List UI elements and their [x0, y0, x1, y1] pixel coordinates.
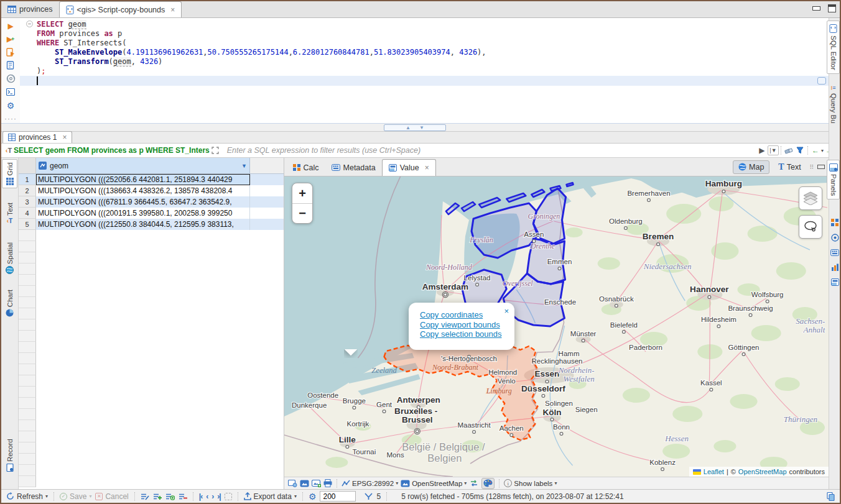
table-row[interactable]: 3MULTIPOLYGON (((67811.9 366445.5, 63647…: [19, 196, 284, 208]
row-number[interactable]: 3: [19, 196, 36, 208]
tile-provider-selector[interactable]: OpenStreetMap▾: [401, 480, 467, 487]
copy-map-image-button[interactable]: [288, 480, 297, 487]
layers-button[interactable]: [799, 186, 822, 210]
toggle-focus-icon[interactable]: [225, 493, 232, 500]
table-row[interactable]: 5MULTIPOLYGON (((212550.8 384044.5, 2125…: [19, 219, 284, 230]
close-results-tab-icon[interactable]: ×: [62, 133, 67, 142]
tab-spatial[interactable]: Spatial: [2, 240, 17, 277]
tab-grid[interactable]: Grid: [2, 159, 17, 188]
tab-panels-vertical[interactable]: Panels: [827, 160, 840, 199]
geom-cell[interactable]: MULTIPOLYGON (((67811.9 366445.5, 63647.…: [36, 196, 250, 208]
panel-metadata-icon[interactable]: [829, 247, 840, 258]
collapse-down-icon[interactable]: ▼: [419, 125, 424, 131]
fetch-size-input[interactable]: [320, 491, 356, 502]
apply-filter-play-icon[interactable]: ▶: [756, 145, 768, 155]
column-header-geom[interactable]: geom ▼: [36, 158, 250, 173]
row-number[interactable]: 5: [19, 219, 36, 230]
flip-coordinates-icon[interactable]: [469, 480, 479, 487]
nav-back-arrow[interactable]: ←: [810, 145, 821, 155]
tab-sql-editor-vertical[interactable]: SQL Editor: [827, 21, 840, 74]
previous-row-button[interactable]: ‹: [206, 492, 208, 501]
tab-text[interactable]: Text ‹T: [2, 200, 17, 227]
panel-references-icon[interactable]: [829, 232, 840, 243]
console-icon[interactable]: [5, 88, 16, 96]
execute-script-button[interactable]: [5, 48, 16, 57]
first-row-button[interactable]: |‹: [199, 492, 202, 501]
tab-script-copy-bounds[interactable]: <gis> Script-copy-bounds ×: [59, 1, 182, 17]
copy-selection-bounds-link[interactable]: Copy selection bounds: [420, 329, 508, 339]
panel-minimize-icon[interactable]: [817, 165, 825, 169]
text-view-toggle[interactable]: T Text: [773, 160, 806, 174]
geom-cell[interactable]: MULTIPOLYGON (((252056.6 442081.1, 25189…: [36, 174, 250, 185]
filter-funnel-icon[interactable]: [794, 145, 806, 155]
expand-filter-icon[interactable]: [210, 145, 221, 155]
leaflet-map[interactable]: Noord-HollandFryslânGroningenDrentheOver…: [284, 176, 829, 477]
export-data-button[interactable]: Export data▾: [244, 492, 297, 501]
toolbar-overflow-dots[interactable]: ····: [5, 114, 16, 123]
filter-history-dropdown[interactable]: |▼: [768, 145, 779, 155]
zoom-in-button[interactable]: +: [292, 183, 312, 203]
sql-editor[interactable]: −SELECT geomFROM provinces as pWHERE ST_…: [20, 18, 829, 123]
show-labels-toggle[interactable]: i Show labels▾: [504, 479, 557, 487]
tab-chart[interactable]: Chart: [2, 287, 17, 319]
tab-query-builder-vertical[interactable]: ⁝≡ Query Bu: [827, 81, 840, 127]
tab-provinces[interactable]: provinces: [1, 1, 59, 17]
tab-record[interactable]: Record: [2, 436, 17, 474]
copy-status-icon[interactable]: [827, 492, 835, 501]
table-row[interactable]: 2MULTIPOLYGON (((138663.4 438326.2, 1385…: [19, 185, 284, 196]
close-value-tab-icon[interactable]: ×: [425, 163, 429, 172]
tab-metadata[interactable]: Metadata: [325, 159, 382, 176]
execute-statement-button[interactable]: ▶: [5, 22, 16, 30]
osm-link[interactable]: OpenStreetMap: [738, 468, 787, 475]
close-tab-icon[interactable]: ×: [170, 6, 175, 14]
add-row-button[interactable]: [153, 493, 162, 500]
execute-new-tab-button[interactable]: ▶+: [5, 35, 16, 44]
results-tab-provinces1[interactable]: provinces 1 ×: [2, 131, 72, 143]
lasso-select-button[interactable]: [799, 215, 822, 239]
sort-descending-icon[interactable]: ▼: [241, 163, 247, 169]
collapse-up-icon[interactable]: ▲: [406, 125, 411, 131]
execute-script-alt-button[interactable]: [5, 61, 16, 70]
zoom-out-button[interactable]: −: [292, 203, 312, 223]
tab-calc[interactable]: Calc: [287, 159, 325, 176]
geom-cell[interactable]: MULTIPOLYGON (((138663.4 438326.2, 13857…: [36, 185, 250, 196]
tab-value[interactable]: Value ×: [382, 159, 436, 176]
explain-plan-icon[interactable]: [5, 74, 16, 83]
refresh-button[interactable]: Refresh▾: [6, 492, 48, 501]
delete-row-button[interactable]: [179, 493, 187, 500]
geom-cell[interactable]: MULTIPOLYGON (((200191.5 399580.1, 20025…: [36, 208, 250, 219]
table-row[interactable]: 1MULTIPOLYGON (((252056.6 442081.1, 2518…: [19, 174, 284, 185]
panel-value-icon[interactable]: [829, 277, 840, 288]
row-number[interactable]: 1: [19, 174, 36, 185]
panel-menu-dots-icon[interactable]: ⁝⁝: [810, 163, 814, 170]
panel-aggregate-icon[interactable]: [829, 262, 840, 273]
next-row-button[interactable]: ›: [211, 492, 213, 501]
print-button[interactable]: [323, 479, 332, 487]
row-number[interactable]: 4: [19, 208, 36, 219]
duplicate-row-button[interactable]: [165, 493, 175, 500]
view-image-button[interactable]: [300, 480, 309, 487]
panel-calc-icon[interactable]: [829, 217, 840, 228]
fetch-settings-gear-icon[interactable]: ⚙: [309, 492, 317, 502]
last-row-button[interactable]: ›|: [217, 492, 220, 501]
leaflet-link[interactable]: Leaflet: [704, 468, 724, 475]
save-button[interactable]: ✓ Save▾: [60, 492, 91, 501]
map-view-toggle[interactable]: Map: [733, 160, 769, 174]
crs-selector[interactable]: EPSG:28992▾: [342, 480, 398, 487]
row-number[interactable]: 2: [19, 185, 36, 196]
popup-close-icon[interactable]: ×: [504, 306, 509, 316]
filter-input[interactable]: Enter a SQL expression to filter results…: [227, 146, 756, 155]
copy-viewport-bounds-link[interactable]: Copy viewport bounds: [420, 320, 508, 330]
edit-cell-button[interactable]: [141, 493, 149, 500]
minimize-icon[interactable]: [812, 6, 820, 11]
save-image-button[interactable]: [312, 480, 321, 487]
geom-cell[interactable]: MULTIPOLYGON (((212550.8 384044.5, 21259…: [36, 219, 250, 230]
settings-gear-icon[interactable]: ⚙: [5, 101, 16, 110]
splitter-grip[interactable]: ▲▼: [384, 124, 446, 131]
fold-marker-icon[interactable]: −: [26, 21, 33, 27]
segment-fetch-icon[interactable]: [365, 493, 373, 500]
cancel-button[interactable]: ✕ Cancel: [95, 492, 128, 501]
table-row[interactable]: 4MULTIPOLYGON (((200191.5 399580.1, 2002…: [19, 208, 284, 219]
maximize-icon[interactable]: [828, 4, 836, 12]
editor-results-splitter[interactable]: ▲▼: [1, 123, 829, 132]
